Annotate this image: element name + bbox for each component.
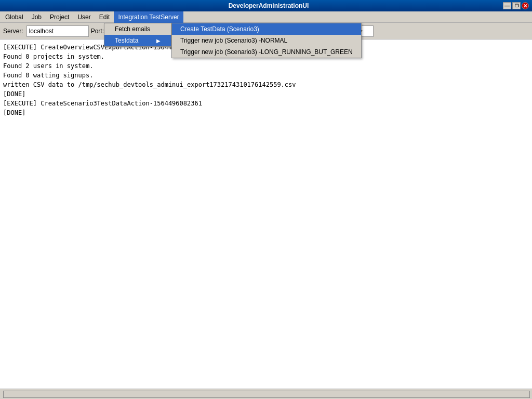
menu-bar: Global Job Project User Edit Integration… xyxy=(0,11,532,23)
content-area: [EXECUTE] CreateOverviewCSVExportAction-… xyxy=(0,39,532,389)
menu-project[interactable]: Project xyxy=(46,11,73,23)
submenu-create-testdata[interactable]: Create TestData (Scenario3) xyxy=(172,23,361,35)
content-line-5: written CSV data to /tmp/sechub_devtools… xyxy=(3,80,529,89)
status-bar xyxy=(0,389,532,399)
menu-global[interactable]: Global xyxy=(1,11,28,23)
submenu: Create TestData (Scenario3) Trigger new … xyxy=(171,23,362,58)
window-controls: — ❐ ✕ xyxy=(503,2,529,9)
close-button[interactable]: ✕ xyxy=(522,2,529,9)
content-line-8: [EXECUTE] CreateScenario3TestDataAction-… xyxy=(3,99,529,108)
menu-integration-testserver[interactable]: Integration TestServer xyxy=(114,11,183,23)
title-bar: DeveloperAdministrationUI — ❐ ✕ xyxy=(0,0,532,11)
dropdown-fetch-emails[interactable]: Fetch emails xyxy=(104,23,171,35)
status-bar-inner xyxy=(3,391,530,398)
menu-edit[interactable]: Edit xyxy=(95,11,114,23)
submenu-arrow-icon: ▶ xyxy=(156,38,161,44)
dropdown-testdata[interactable]: Testdata ▶ xyxy=(104,35,171,46)
content-line-3: Found 2 users in system. xyxy=(3,61,529,71)
window-title: DeveloperAdministrationUI xyxy=(34,2,503,9)
server-label: Server: xyxy=(3,28,23,35)
dropdown-menu: Fetch emails Testdata ▶ xyxy=(104,23,171,47)
menu-user[interactable]: User xyxy=(73,11,95,23)
content-line-4: Found 0 watting signups. xyxy=(3,71,529,80)
content-line-9: [DONE] xyxy=(3,108,529,117)
submenu-trigger-normal[interactable]: Trigger new job (Scenario3) -NORMAL xyxy=(172,35,361,46)
menu-job[interactable]: Job xyxy=(28,11,46,23)
submenu-trigger-long[interactable]: Trigger new job (Scenario3) -LONG_RUNNIN… xyxy=(172,46,361,58)
content-line-6: [DONE] xyxy=(3,89,529,99)
port-label: Port: xyxy=(91,28,104,35)
minimize-button[interactable]: — xyxy=(503,2,511,9)
server-input[interactable] xyxy=(26,25,89,37)
integration-testserver-dropdown: Fetch emails Testdata ▶ xyxy=(104,23,171,47)
testdata-submenu: Create TestData (Scenario3) Trigger new … xyxy=(171,23,362,58)
maximize-button[interactable]: ❐ xyxy=(512,2,521,9)
